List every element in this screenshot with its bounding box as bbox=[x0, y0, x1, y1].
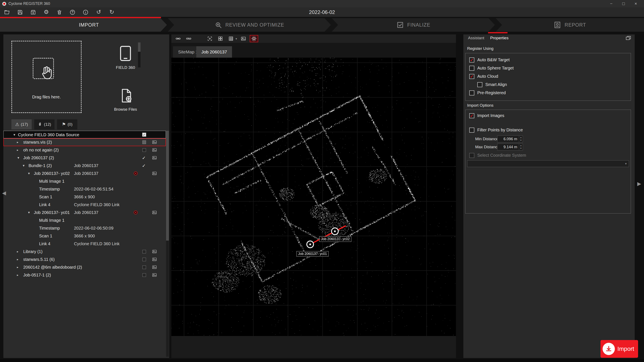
checkbox-disabled[interactable] bbox=[142, 140, 146, 144]
scan-marker-yc01[interactable] bbox=[306, 241, 314, 248]
field360-device-icon[interactable] bbox=[117, 43, 134, 63]
checkbox-checked[interactable]: ✓ bbox=[469, 57, 474, 62]
import-images-option[interactable]: ✓ Import Images bbox=[466, 111, 631, 120]
image-thumbnail-icon[interactable] bbox=[152, 273, 157, 278]
checkbox-unchecked[interactable] bbox=[469, 90, 474, 95]
panel-layout-icon[interactable] bbox=[625, 35, 632, 41]
tree-row[interactable]: ▼Bundle-1 (2)Job 2060137✓ bbox=[4, 162, 166, 170]
collapse-arrow-icon[interactable]: ▼ bbox=[28, 170, 30, 177]
tree-row[interactable]: ▸Job-0517-1 (2) bbox=[4, 271, 166, 279]
delete-icon[interactable] bbox=[56, 9, 63, 16]
min-distance-input[interactable]: 6.096 m ▲▼ bbox=[497, 136, 523, 142]
undo-icon[interactable]: ↺ bbox=[95, 9, 102, 16]
expand-arrow-icon[interactable]: ▸ bbox=[17, 138, 18, 146]
expand-arrow-icon[interactable]: ▸ bbox=[17, 248, 18, 256]
register-option[interactable]: Pre-Registered bbox=[466, 89, 631, 97]
workflow-step-review[interactable]: REVIEW AND OPTIMIZE bbox=[168, 18, 331, 32]
tab-job[interactable]: Job 2060137 bbox=[196, 46, 232, 58]
spin-down-icon[interactable]: ▼ bbox=[519, 139, 523, 142]
checkbox-checked[interactable]: ✓ bbox=[469, 74, 474, 79]
chevron-down-icon[interactable]: ▾ bbox=[236, 37, 237, 40]
checkbox-unchecked[interactable] bbox=[142, 273, 146, 277]
grid-view-icon[interactable] bbox=[227, 35, 235, 42]
link-scans-icon[interactable] bbox=[174, 35, 182, 42]
collapse-arrow-icon[interactable]: ▼ bbox=[22, 162, 25, 170]
tree-row[interactable]: Scan 13666 x 900 bbox=[4, 193, 166, 201]
image-thumbnail-icon[interactable] bbox=[152, 210, 157, 215]
image-thumbnail-icon[interactable] bbox=[152, 155, 157, 160]
tree-scrollbar[interactable] bbox=[166, 131, 169, 357]
collapse-arrow-icon[interactable]: ▼ bbox=[13, 131, 16, 139]
maximize-button[interactable]: □ bbox=[618, 0, 630, 7]
check-mark-icon[interactable]: ✓ bbox=[142, 154, 146, 162]
check-mark-icon[interactable]: ✓ bbox=[142, 162, 146, 170]
import-button[interactable]: Import bbox=[600, 340, 638, 358]
expand-arrow-icon[interactable]: ▸ bbox=[17, 256, 18, 263]
max-distance-input[interactable]: 9.144 m ▲▼ bbox=[497, 144, 523, 150]
filter-points-option[interactable]: Filter Points by Distance bbox=[466, 126, 631, 134]
image-view-icon[interactable] bbox=[239, 35, 248, 42]
auto-align-icon[interactable] bbox=[250, 35, 258, 42]
tree-row[interactable]: ▼Job 2060137 (2)✓ bbox=[4, 154, 166, 162]
settings-icon[interactable]: ⚙ bbox=[43, 9, 50, 16]
filter-tab-warning[interactable]: ⚠(17) bbox=[12, 119, 32, 129]
unlink-scans-icon[interactable] bbox=[184, 35, 193, 42]
tree-header-row[interactable]: ▼ Cyclone FIELD 360 Data Source ✓ bbox=[4, 131, 166, 138]
tree-row[interactable]: Scan 13666 x 900 bbox=[4, 232, 166, 240]
image-thumbnail-icon[interactable] bbox=[152, 265, 157, 270]
import-project-icon[interactable] bbox=[30, 9, 37, 16]
point-cloud-viewport[interactable]: Job 2060137- yc02 Job 2060137- yc01 bbox=[171, 58, 456, 336]
tree-row[interactable]: ▼Job 2060137- yc01Job 2060137 bbox=[4, 209, 166, 217]
register-option[interactable]: Smart Align bbox=[466, 80, 631, 89]
spin-up-icon[interactable]: ▲ bbox=[519, 136, 523, 139]
checkbox-unchecked[interactable] bbox=[142, 148, 146, 152]
help-icon[interactable] bbox=[69, 9, 76, 16]
image-thumbnail-icon[interactable] bbox=[152, 249, 157, 254]
collapse-left-panel-arrow[interactable]: ◀ bbox=[2, 190, 6, 196]
drop-zone[interactable]: Drag files here. bbox=[12, 41, 82, 113]
tree-row[interactable]: ▼Job 2060137- yc02Job 2060137 bbox=[4, 170, 166, 177]
checkbox-coordinate-system[interactable] bbox=[469, 153, 474, 158]
expand-arrow-icon[interactable]: ▸ bbox=[17, 146, 18, 154]
checkbox-filter-points[interactable] bbox=[469, 128, 474, 133]
scan-marker-yc02[interactable] bbox=[331, 227, 339, 235]
register-option[interactable]: ✓Auto Cloud bbox=[466, 72, 631, 80]
filter-tab-attachment[interactable]: (12) bbox=[34, 119, 54, 129]
checkbox-checked[interactable]: ✓ bbox=[142, 133, 146, 137]
expand-arrow-icon[interactable]: ▸ bbox=[17, 271, 18, 279]
min-distance-spinner[interactable]: ▲▼ bbox=[519, 136, 523, 142]
tab-assistant[interactable]: Assistant bbox=[465, 34, 487, 42]
scrollbar-thumb[interactable] bbox=[138, 42, 140, 52]
tree-row[interactable]: Multi Image 1 bbox=[4, 217, 166, 224]
checkbox-unchecked[interactable] bbox=[142, 250, 146, 253]
workflow-step-report[interactable]: REPORT bbox=[496, 18, 644, 32]
image-thumbnail-icon[interactable] bbox=[152, 147, 157, 152]
collapse-arrow-icon[interactable]: ▼ bbox=[28, 209, 30, 217]
source-scrollbar[interactable] bbox=[138, 42, 140, 67]
image-thumbnail-icon[interactable] bbox=[152, 171, 157, 176]
fit-view-icon[interactable] bbox=[206, 35, 214, 42]
spin-down-icon[interactable]: ▼ bbox=[519, 147, 523, 150]
tab-properties[interactable]: Properties bbox=[487, 34, 512, 42]
max-distance-spinner[interactable]: ▲▼ bbox=[519, 144, 523, 150]
image-thumbnail-icon[interactable] bbox=[152, 257, 157, 262]
scrollbar-thumb[interactable] bbox=[166, 131, 169, 241]
workflow-step-import[interactable]: IMPORT bbox=[0, 18, 167, 32]
register-option[interactable]: ✓Auto B&W Target bbox=[466, 56, 631, 64]
spin-up-icon[interactable]: ▲ bbox=[519, 144, 523, 147]
tree-row[interactable]: ▸oh no not again (2) bbox=[4, 146, 166, 154]
filter-tab-flag[interactable]: ⚑(0) bbox=[57, 119, 77, 129]
close-button[interactable]: × bbox=[630, 0, 642, 7]
checkbox-unchecked[interactable] bbox=[142, 258, 146, 261]
coordinate-system-dropdown[interactable]: ▾ bbox=[467, 160, 629, 167]
save-icon[interactable] bbox=[16, 9, 24, 16]
multi-view-icon[interactable] bbox=[216, 35, 224, 42]
tree-row[interactable]: Timestamp2022-06-02-06:51:54 bbox=[4, 185, 166, 193]
open-folder-icon[interactable] bbox=[4, 9, 10, 16]
register-option[interactable]: Auto Sphere Target bbox=[466, 64, 631, 72]
workflow-step-finalize[interactable]: FINALIZE bbox=[332, 18, 495, 32]
tree-row[interactable]: Link 4Cyclone FIELD 360 Link bbox=[4, 240, 166, 248]
redo-icon[interactable]: ↻ bbox=[108, 9, 115, 16]
checkbox-unchecked[interactable] bbox=[477, 82, 482, 87]
tree-row[interactable]: ▸Library (1) bbox=[4, 248, 166, 256]
